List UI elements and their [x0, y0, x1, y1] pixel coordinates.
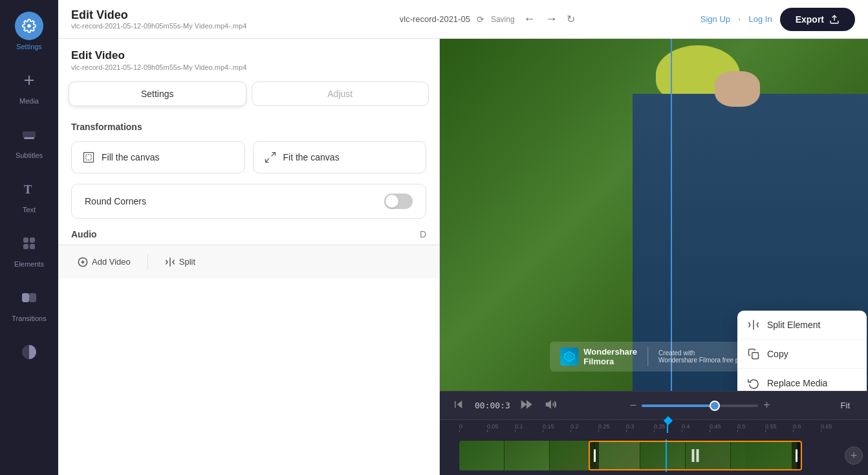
transform-buttons: Fill the canvas Fit the canvas: [71, 141, 426, 173]
sidebar-item-text[interactable]: T Text: [0, 170, 58, 219]
video-area: Wondershare Filmora Created with Wonders…: [440, 39, 868, 475]
ws-filmora: Filmora: [583, 357, 637, 366]
sidebar-label-subtitles: Subtitles: [16, 151, 43, 159]
ruler-mark-1: 0.05: [487, 423, 515, 430]
fast-forward-button[interactable]: [518, 396, 535, 415]
ws-tagline-wrap: Created with Wondershare Filmora free pl…: [658, 349, 748, 364]
context-split[interactable]: Split Element: [737, 311, 867, 339]
sidebar-item-subtitles[interactable]: Subtitles: [0, 115, 58, 164]
context-copy[interactable]: Copy: [737, 340, 867, 368]
timeline-controls: 00:00:3 − +: [440, 392, 868, 420]
svg-rect-8: [23, 244, 28, 249]
clip-pause-marker: [692, 449, 699, 462]
svg-line-14: [271, 153, 275, 157]
sidebar-label-elements: Elements: [14, 260, 44, 268]
ruler-mark-12: 0.6: [793, 423, 821, 430]
svg-marker-30: [546, 401, 550, 408]
slider-thumb[interactable]: [710, 401, 720, 411]
pause-bar-2: [697, 449, 699, 462]
more-icon-wrap: [15, 338, 43, 366]
toolbar-divider: [147, 254, 148, 270]
ruler-mark-13: 0.65: [821, 423, 849, 430]
sidebar-item-transitions[interactable]: Transitions: [0, 278, 58, 327]
audio-shortcut: D: [420, 229, 426, 239]
zoom-track[interactable]: [642, 404, 758, 407]
log-in-link[interactable]: Log In: [749, 14, 772, 24]
sidebar-item-media[interactable]: Media: [0, 61, 58, 110]
context-split-label: Split Element: [767, 320, 820, 330]
undo-button[interactable]: ←: [521, 10, 538, 28]
tab-adjust[interactable]: Adjust: [252, 82, 429, 106]
svg-rect-9: [30, 244, 35, 249]
context-replace[interactable]: Replace Media: [737, 369, 867, 391]
sidebar-item-settings[interactable]: Settings: [0, 6, 58, 56]
elements-icon-wrap: [15, 229, 43, 258]
fill-canvas-label: Fill the canvas: [102, 152, 159, 162]
zoom-slider: − +: [567, 399, 833, 412]
round-corners-toggle[interactable]: [384, 193, 413, 209]
fill-canvas-icon: [82, 151, 95, 164]
media-icon-wrap: [15, 66, 43, 94]
saving-status: Saving: [491, 15, 515, 24]
file-info: Edit Video vlc-record-2021-05-12-09h05m5…: [71, 8, 274, 30]
split-element-icon: [748, 319, 759, 331]
svg-text:T: T: [24, 183, 32, 196]
sidebar-item-more[interactable]: [0, 333, 58, 371]
slider-fill: [642, 404, 711, 407]
sidebar-label-media: Media: [19, 97, 39, 105]
bottom-toolbar: Add Video Split: [58, 245, 439, 278]
volume-icon: [545, 399, 557, 410]
thumb-2: [505, 441, 550, 470]
redo-button[interactable]: →: [543, 10, 560, 28]
fill-canvas-button[interactable]: Fill the canvas: [71, 141, 245, 173]
sign-up-link[interactable]: Sign Up: [700, 14, 730, 24]
tab-settings[interactable]: Settings: [69, 82, 246, 106]
fast-forward-icon: [521, 399, 532, 410]
filmora-logo-icon: [563, 351, 575, 362]
replace-icon: [748, 377, 759, 389]
sidebar-label-transitions: Transitions: [12, 315, 46, 322]
text-icon-wrap: T: [15, 175, 43, 203]
playhead-line: [667, 420, 668, 433]
play-prev-button[interactable]: [450, 396, 467, 415]
volume-button[interactable]: [543, 396, 559, 415]
header-separator: ·: [738, 14, 741, 25]
fit-button[interactable]: Fit: [841, 401, 850, 410]
sync-icon[interactable]: ⟳: [477, 14, 484, 25]
video-selection-line: [671, 39, 672, 391]
split-icon: [165, 257, 175, 267]
ruler-marks: 0 0.05 0.1 0.15 0.2 0.25 0.3 0.35 0.4 0.…: [459, 423, 849, 430]
toggle-knob: [385, 195, 398, 208]
add-clip-button[interactable]: +: [845, 447, 863, 465]
clip-handle-left[interactable]: [590, 442, 599, 469]
content-area: Edit Video vlc-record-2021-05-12-09h05m5…: [58, 39, 868, 475]
fit-canvas-button[interactable]: Fit the canvas: [253, 141, 427, 173]
sidebar: Settings Media Subtitles T Text Elements: [0, 0, 58, 475]
clip-handle-right[interactable]: [792, 442, 801, 469]
ruler-mark-4: 0.2: [570, 423, 598, 430]
main-content: Edit Video vlc-record-2021-05-12-09h05m5…: [58, 0, 868, 475]
zoom-out-button[interactable]: −: [630, 399, 637, 412]
ruler-mark-2: 0.1: [515, 423, 543, 430]
svg-rect-13: [84, 153, 94, 162]
top-header: Edit Video vlc-record-2021-05-12-09h05m5…: [58, 0, 868, 39]
export-icon: [829, 14, 840, 25]
split-button[interactable]: Split: [158, 253, 202, 271]
settings-icon: [22, 19, 36, 33]
undo-redo-group: ← →: [521, 10, 560, 28]
zoom-in-button[interactable]: +: [763, 399, 770, 412]
thumb-1: [459, 441, 505, 470]
audio-label: Audio: [71, 229, 97, 239]
selected-clip[interactable]: [589, 441, 802, 470]
export-button[interactable]: Export: [780, 8, 855, 31]
sidebar-item-elements[interactable]: Elements: [0, 224, 58, 273]
context-menu: Split Element Copy Replace Media: [737, 311, 867, 391]
add-video-button[interactable]: Add Video: [71, 253, 137, 271]
copy-icon: [748, 348, 759, 360]
refresh-icon[interactable]: ↻: [567, 13, 575, 25]
text-icon: T: [21, 181, 37, 197]
ruler-mark-5: 0.25: [598, 423, 626, 430]
transformations-section: Transformations Fill the canvas Fit the …: [58, 111, 439, 184]
ruler-mark-11: 0.55: [765, 423, 793, 430]
sidebar-label-settings: Settings: [16, 43, 42, 50]
